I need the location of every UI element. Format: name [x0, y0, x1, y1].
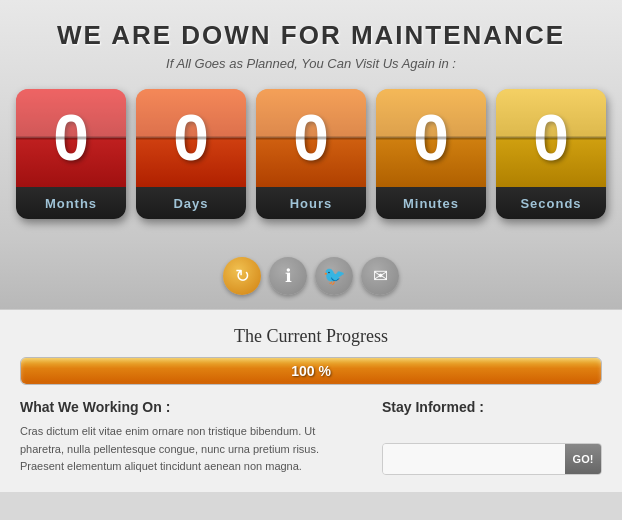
tile-number-minutes: 0: [376, 89, 486, 187]
email-input[interactable]: [383, 444, 565, 474]
tile-months: 0 Months: [16, 89, 126, 219]
nav-icon-bird[interactable]: 🐦: [315, 257, 353, 295]
tile-hours: 0 Hours: [256, 89, 366, 219]
nav-row: ↻ℹ🐦✉: [0, 239, 622, 309]
countdown-row: 0 Months 0 Days 0 Hours 0 Minutes 0 Seco…: [0, 89, 622, 229]
nav-icon-refresh[interactable]: ↻: [223, 257, 261, 295]
tile-label-hours: Hours: [256, 187, 366, 219]
progress-title: The Current Progress: [20, 326, 602, 347]
bottom-section: The Current Progress 100 % What We Worki…: [0, 309, 622, 492]
main-title: WE ARE DOWN FOR MAINTENANCE: [0, 20, 622, 51]
tile-number-months: 0: [16, 89, 126, 187]
progress-bar-outer: 100 %: [20, 357, 602, 385]
progress-bar-inner: 100 %: [21, 358, 601, 384]
nav-icon-mail[interactable]: ✉: [361, 257, 399, 295]
tile-label-minutes: Minutes: [376, 187, 486, 219]
tile-minutes: 0 Minutes: [376, 89, 486, 219]
stay-informed-row: GO!: [382, 443, 602, 475]
nav-icon-info[interactable]: ℹ: [269, 257, 307, 295]
tile-label-months: Months: [16, 187, 126, 219]
tile-number-hours: 0: [256, 89, 366, 187]
tile-number-days: 0: [136, 89, 246, 187]
tile-label-days: Days: [136, 187, 246, 219]
col-right: Stay Informed : GO!: [382, 399, 602, 476]
stay-informed-heading: Stay Informed :: [382, 399, 602, 415]
progress-label: 100 %: [291, 363, 331, 379]
tile-days: 0 Days: [136, 89, 246, 219]
go-button[interactable]: GO!: [565, 444, 601, 474]
tile-label-seconds: Seconds: [496, 187, 606, 219]
subtitle: If All Goes as Planned, You Can Visit Us…: [0, 56, 622, 71]
col-left: What We Working On : Cras dictum elit vi…: [20, 399, 362, 476]
tile-number-seconds: 0: [496, 89, 606, 187]
tile-seconds: 0 Seconds: [496, 89, 606, 219]
working-text: Cras dictum elit vitae enim ornare non t…: [20, 423, 362, 476]
working-heading: What We Working On :: [20, 399, 362, 415]
top-section: WE ARE DOWN FOR MAINTENANCE If All Goes …: [0, 0, 622, 239]
two-col: What We Working On : Cras dictum elit vi…: [20, 399, 602, 476]
